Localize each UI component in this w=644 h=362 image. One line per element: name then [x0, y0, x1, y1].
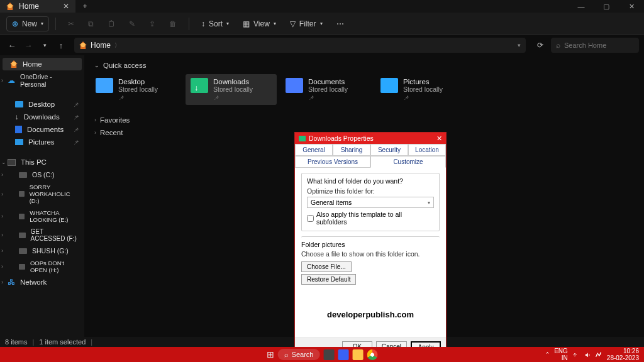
system-tray[interactable]: ˄ ENG IN ᯤ 🔉︎ 🗲 10:26 28-02-2023 [546, 348, 644, 361]
drive-icon [19, 214, 25, 219]
rename-icon: ✎ [129, 19, 135, 28]
close-window-button[interactable]: ✕ [619, 3, 644, 11]
filter-button[interactable]: ▽ Filter ▾ [284, 16, 328, 31]
sidebar-drive-3[interactable]: ›GET ACCESSED (F:) [0, 226, 84, 244]
search-input[interactable] [564, 41, 627, 49]
quick-access-header[interactable]: ⌄ Quick access [91, 59, 638, 74]
folder-pictures-sub: Choose a file to show on this folder ico… [301, 250, 440, 258]
chevron-right-icon[interactable]: › [1, 232, 3, 238]
chevron-down-icon: ▾ [274, 21, 276, 26]
wifi-icon[interactable]: ᯤ [573, 351, 579, 358]
chevron-right-icon[interactable]: › [1, 191, 3, 197]
window-tab-home[interactable]: Home ✕ [0, 0, 75, 13]
tab-close-icon[interactable]: ✕ [63, 2, 69, 11]
sidebar-drive-0[interactable]: ›OS (C:) [0, 168, 84, 181]
new-tab-button[interactable]: + [75, 2, 94, 11]
maximize-button[interactable]: ▢ [594, 3, 619, 11]
chevron-right-icon[interactable]: › [1, 263, 3, 270]
share-button[interactable]: ⇪ [143, 16, 161, 31]
back-button[interactable]: ← [5, 41, 19, 50]
chat-icon[interactable] [338, 349, 348, 360]
speaker-icon[interactable]: 🔉︎ [584, 351, 591, 358]
chevron-down-icon: ▾ [428, 200, 430, 206]
home-icon [79, 41, 87, 49]
clock[interactable]: 10:26 28-02-2023 [607, 348, 639, 361]
favorites-header[interactable]: ›Favorites [91, 114, 638, 126]
chevron-right-icon[interactable]: › [1, 248, 3, 254]
delete-button[interactable]: 🗑︎ [164, 16, 182, 31]
sidebar-item-pictures[interactable]: Pictures 📌︎ [0, 136, 84, 148]
pin-icon: 📌︎ [118, 94, 158, 101]
copy-button[interactable]: ⧉ [82, 16, 99, 31]
restore-default-button[interactable]: Restore Default [301, 274, 356, 285]
refresh-button[interactable]: ⟳ [532, 41, 548, 50]
sidebar-item-desktop[interactable]: Desktop 📌︎ [0, 98, 84, 111]
folder-icon: ↓ [191, 78, 208, 93]
optimize-combobox[interactable]: General items ▾ [307, 197, 434, 208]
start-button[interactable]: ⊞ [267, 349, 274, 359]
folder-documents[interactable]: Documents Stored locally 📌︎ [280, 74, 372, 105]
tab-security[interactable]: Security [370, 144, 408, 156]
choose-file-button[interactable]: Choose File... [301, 261, 352, 272]
rename-button[interactable]: ✎ [123, 16, 141, 31]
chevron-down-icon[interactable]: ▾ [518, 42, 521, 48]
taskbar-search[interactable]: ⌕ Search [278, 349, 320, 360]
battery-icon[interactable]: 🗲 [596, 351, 602, 358]
picture-icon [15, 139, 23, 145]
folder-downloads[interactable]: ↓ Downloads Stored locally 📌︎ [186, 74, 277, 105]
sidebar: Home › ☁ OneDrive - Personal Desktop 📌︎ … [0, 55, 84, 339]
minimize-button[interactable]: — [569, 3, 594, 11]
sidebar-item-downloads[interactable]: ↓ Downloads 📌︎ [0, 111, 84, 123]
chevron-right-icon[interactable]: › [1, 279, 3, 285]
chevron-down-icon[interactable]: ⌄ [1, 159, 6, 165]
chevron-right-icon: 〉 [114, 41, 120, 50]
share-icon: ⇪ [149, 19, 155, 28]
chevron-down-icon[interactable]: ⌄ [94, 62, 99, 69]
more-button[interactable]: ⋯ [331, 16, 350, 31]
sidebar-drive-5[interactable]: ›OOPs DON't OPEN (H:) [0, 257, 84, 276]
chrome-icon[interactable] [367, 349, 377, 360]
sort-button[interactable]: ↕ Sort ▾ [196, 16, 235, 31]
chevron-right-icon[interactable]: › [94, 129, 96, 136]
chevron-right-icon[interactable]: › [1, 213, 3, 219]
sidebar-item-network[interactable]: › 🖧 Network [0, 276, 84, 288]
folder-pictures[interactable]: Pictures Stored locally 📌︎ [375, 74, 467, 105]
address-bar[interactable]: Home 〉 ▾ [74, 38, 526, 53]
folder-pictures-label: Folder pictures [301, 241, 440, 248]
sidebar-item-home[interactable]: Home [3, 58, 82, 70]
sidebar-item-documents[interactable]: Documents 📌︎ [0, 123, 84, 136]
chevron-right-icon[interactable]: › [1, 77, 3, 84]
tray-chevron-icon[interactable]: ˄ [546, 351, 549, 358]
taskview-icon[interactable] [323, 349, 334, 360]
dropdown-history-button[interactable]: ▾ [38, 42, 52, 48]
tab-sharing[interactable]: Sharing [333, 144, 370, 156]
search-box[interactable]: ⌕ [551, 38, 639, 53]
sidebar-item-onedrive[interactable]: › ☁ OneDrive - Personal [0, 70, 84, 90]
sidebar-drive-1[interactable]: ›SORRY WORKAHOLIC (D:) [0, 181, 84, 207]
new-button[interactable]: ⊕ New ▾ [6, 16, 49, 31]
sidebar-drive-4[interactable]: ›SHUSH (G:) [0, 244, 84, 257]
sidebar-drive-2[interactable]: ›WHATCHA LOOKING (E:) [0, 207, 84, 226]
apply-subfolders-checkbox[interactable]: Also apply this template to all subfolde… [307, 211, 434, 226]
breadcrumb-home[interactable]: Home [91, 41, 111, 50]
optimize-label: Optimize this folder for: [307, 187, 434, 195]
explorer-icon[interactable] [352, 349, 363, 360]
tab-location[interactable]: Location [408, 144, 446, 156]
cut-button[interactable]: ✂ [62, 16, 80, 31]
tab-customize[interactable]: Customize [370, 156, 446, 168]
dialog-titlebar[interactable]: Downloads Properties ✕ [295, 133, 446, 144]
chevron-right-icon[interactable]: › [1, 172, 3, 178]
checkbox-input[interactable] [307, 215, 314, 222]
sidebar-item-thispc[interactable]: ⌄ This PC [0, 156, 84, 168]
tab-general[interactable]: General [295, 144, 333, 156]
dialog-close-button[interactable]: ✕ [436, 134, 442, 143]
chevron-right-icon[interactable]: › [94, 117, 96, 123]
language-indicator[interactable]: ENG IN [554, 348, 568, 361]
paste-button[interactable]: 📋︎ [102, 16, 121, 31]
folder-desktop[interactable]: Desktop Stored locally 📌︎ [91, 74, 182, 105]
up-button[interactable]: ↑ [54, 41, 68, 50]
tab-previous-versions[interactable]: Previous Versions [295, 156, 370, 168]
forward-button[interactable]: → [21, 41, 35, 50]
properties-dialog: Downloads Properties ✕ General Sharing S… [294, 132, 447, 357]
view-button[interactable]: ▦ View ▾ [237, 16, 282, 31]
